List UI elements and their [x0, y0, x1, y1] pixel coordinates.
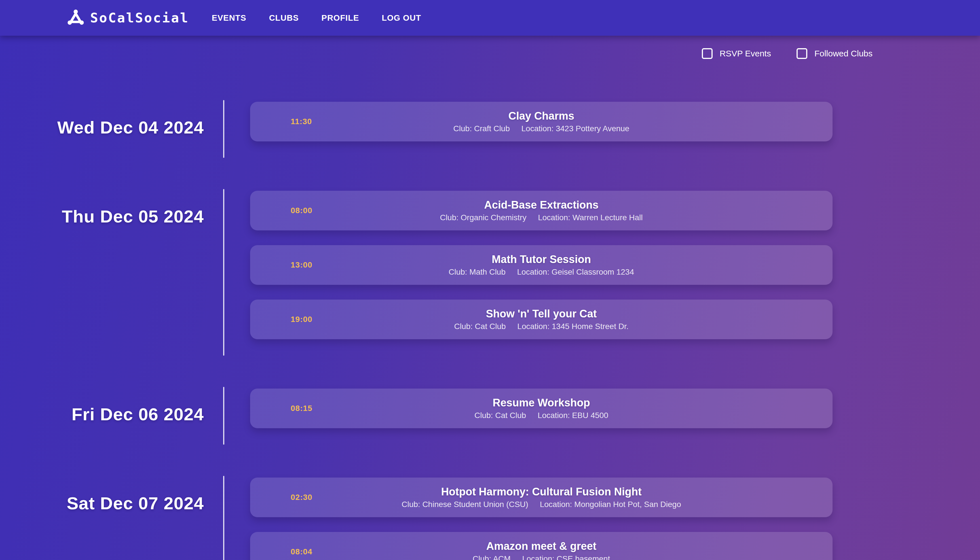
nav-link-profile[interactable]: PROFILE [322, 13, 359, 23]
event-card[interactable]: 13:00 Math Tutor Session Club: Math Club… [250, 245, 833, 285]
location-value: Mongolian Hot Pot, San Diego [574, 500, 681, 509]
event-card[interactable]: 08:00 Acid-Base Extractions Club: Organi… [250, 191, 833, 230]
community-logo-icon [67, 9, 85, 27]
club-value: Math Club [469, 268, 506, 276]
club-value: Craft Club [474, 124, 510, 133]
location-value: CSE basement [557, 554, 610, 560]
club-value: Cat Club [475, 322, 506, 331]
event-title: Math Tutor Session [492, 253, 591, 265]
club-value: Cat Club [495, 411, 526, 420]
club-label: Club: [473, 554, 493, 560]
top-navbar: SoCalSocial EVENTS CLUBS PROFILE LOG OUT [0, 0, 980, 36]
event-title: Resume Workshop [493, 397, 590, 409]
event-list: 08:00 Acid-Base Extractions Club: Organi… [250, 189, 833, 356]
event-day-group: Fri Dec 06 2024 08:15 Resume Workshop Cl… [0, 387, 980, 445]
event-meta: Club: Craft Club Location: 3423 Pottery … [453, 124, 629, 133]
date-heading: Fri Dec 06 2024 [72, 404, 204, 424]
nav-link-logout[interactable]: LOG OUT [382, 13, 421, 23]
location-label: Location: [538, 213, 572, 222]
date-heading: Sat Dec 07 2024 [67, 493, 204, 513]
location-label: Location: [540, 500, 574, 509]
nav-link-events[interactable]: EVENTS [212, 13, 246, 23]
date-heading: Wed Dec 04 2024 [57, 117, 204, 137]
event-meta: Club: Cat Club Location: 1345 Home Stree… [454, 322, 628, 331]
timeline-divider [223, 100, 224, 158]
event-time: 11:30 [290, 117, 312, 126]
event-meta: Club: Chinese Student Union (CSU) Locati… [402, 500, 681, 509]
location-value: EBU 4500 [572, 411, 608, 420]
followed-clubs-label[interactable]: Followed Clubs [815, 49, 873, 58]
followed-clubs-filter[interactable]: Followed Clubs [796, 48, 873, 59]
event-time: 02:30 [290, 493, 312, 502]
date-column: Thu Dec 05 2024 [0, 189, 204, 243]
location-label: Location: [517, 322, 551, 331]
location-label: Location: [521, 124, 556, 133]
event-meta: Club: Organic Chemistry Location: Warren… [440, 213, 643, 222]
location-value: Warren Lecture Hall [573, 213, 643, 222]
event-card[interactable]: 02:30 Hotpot Harmony: Cultural Fusion Ni… [250, 478, 833, 517]
nav-links: EVENTS CLUBS PROFILE LOG OUT [189, 13, 421, 23]
location-label: Location: [517, 268, 551, 276]
timeline-divider [223, 189, 224, 356]
nav-link-clubs[interactable]: CLUBS [269, 13, 299, 23]
event-card[interactable]: 11:30 Clay Charms Club: Craft Club Locat… [250, 102, 833, 142]
event-time: 08:04 [290, 547, 312, 556]
event-title: Show 'n' Tell your Cat [486, 308, 597, 320]
event-title: Acid-Base Extractions [484, 199, 598, 211]
followed-clubs-checkbox[interactable] [796, 48, 807, 59]
event-time: 13:00 [290, 260, 312, 270]
club-label: Club: [402, 500, 422, 509]
events-page: SoCalSocial EVENTS CLUBS PROFILE LOG OUT… [0, 0, 980, 560]
date-column: Fri Dec 06 2024 [0, 387, 204, 441]
event-meta: Club: Cat Club Location: EBU 4500 [474, 411, 608, 420]
club-label: Club: [474, 411, 495, 420]
timeline-divider [223, 476, 224, 560]
location-value: 1345 Home Street Dr. [552, 322, 629, 331]
filter-bar: RSVP Events Followed Clubs [0, 48, 980, 59]
club-value: Chinese Student Union (CSU) [422, 500, 528, 509]
event-card[interactable]: 19:00 Show 'n' Tell your Cat Club: Cat C… [250, 300, 833, 339]
event-day-group: Sat Dec 07 2024 02:30 Hotpot Harmony: Cu… [0, 476, 980, 560]
date-column: Wed Dec 04 2024 [0, 100, 204, 155]
event-meta: Club: Math Club Location: Geisel Classro… [449, 268, 634, 277]
event-time: 08:00 [290, 206, 312, 215]
club-label: Club: [449, 268, 469, 276]
event-title: Amazon meet & greet [486, 540, 597, 552]
club-label: Club: [440, 213, 461, 222]
event-title: Hotpot Harmony: Cultural Fusion Night [441, 486, 641, 498]
event-time: 19:00 [290, 315, 312, 324]
location-label: Location: [538, 411, 572, 420]
location-label: Location: [522, 554, 556, 560]
brand-name: SoCalSocial [90, 10, 189, 25]
date-column: Sat Dec 07 2024 [0, 476, 204, 530]
brand[interactable]: SoCalSocial [67, 9, 189, 27]
event-list: 11:30 Clay Charms Club: Craft Club Locat… [250, 100, 833, 158]
rsvp-events-label[interactable]: RSVP Events [720, 49, 771, 58]
rsvp-events-checkbox[interactable] [702, 48, 713, 59]
event-list: 08:15 Resume Workshop Club: Cat Club Loc… [250, 387, 833, 445]
event-card[interactable]: 08:15 Resume Workshop Club: Cat Club Loc… [250, 388, 833, 428]
location-value: 3423 Pottery Avenue [556, 124, 629, 133]
club-label: Club: [454, 322, 475, 331]
event-day-group: Thu Dec 05 2024 08:00 Acid-Base Extracti… [0, 189, 980, 356]
event-card[interactable]: 08:04 Amazon meet & greet Club: ACM Loca… [250, 532, 833, 560]
events-schedule: Wed Dec 04 2024 11:30 Clay Charms Club: … [0, 100, 980, 560]
event-list: 02:30 Hotpot Harmony: Cultural Fusion Ni… [250, 476, 833, 560]
event-meta: Club: ACM Location: CSE basement [473, 554, 610, 560]
club-value: ACM [493, 554, 511, 560]
location-value: Geisel Classroom 1234 [551, 268, 634, 276]
timeline-divider [223, 387, 224, 445]
date-heading: Thu Dec 05 2024 [62, 206, 204, 227]
club-label: Club: [453, 124, 474, 133]
event-time: 08:15 [290, 404, 312, 413]
event-day-group: Wed Dec 04 2024 11:30 Clay Charms Club: … [0, 100, 980, 158]
rsvp-events-filter[interactable]: RSVP Events [702, 48, 771, 59]
event-title: Clay Charms [508, 110, 574, 122]
club-value: Organic Chemistry [461, 213, 527, 222]
